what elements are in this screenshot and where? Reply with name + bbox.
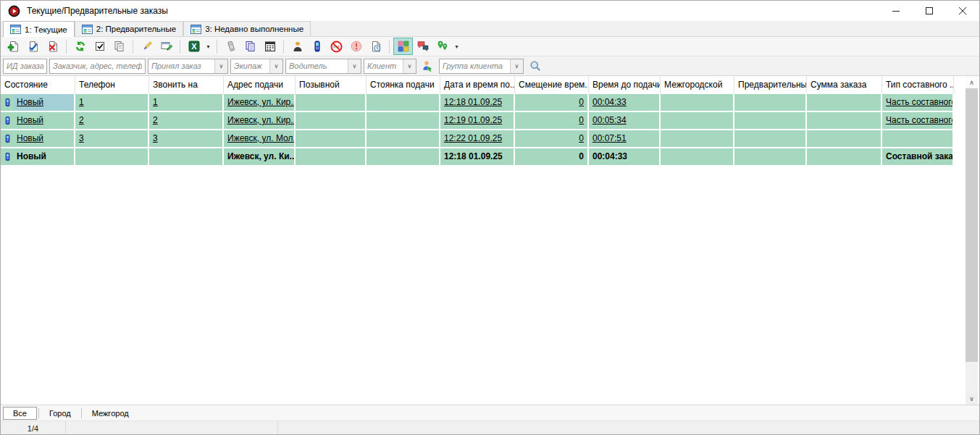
vertical-scrollbar[interactable]: ∧ ∨	[966, 76, 978, 405]
chevron-down-icon[interactable]: ∨	[214, 59, 227, 73]
cell-12[interactable]: Часть составного	[882, 112, 954, 129]
cell-2[interactable]: 3	[149, 130, 224, 147]
tab-1[interactable]: 1: Текущие	[3, 21, 75, 37]
export-excel-button[interactable]: X	[184, 38, 204, 55]
cell-2	[149, 148, 224, 165]
cell-0[interactable]: Новый	[1, 112, 75, 129]
cell-1[interactable]: 2	[75, 112, 149, 129]
scroll-up-icon[interactable]: ∧	[966, 76, 978, 88]
cell-8[interactable]: 00:07:51	[589, 130, 661, 147]
cell-6[interactable]: 12:19 01.09.25	[440, 112, 515, 129]
state-label[interactable]: Новый	[14, 148, 74, 165]
column-header[interactable]: Время до подачи	[589, 76, 661, 94]
select-client-button[interactable]	[419, 58, 437, 75]
cell-6[interactable]: 12:18 01.09.25	[440, 148, 515, 165]
close-button[interactable]	[946, 1, 979, 21]
geo-pins-button[interactable]	[432, 38, 452, 55]
tab-2[interactable]: 2: Предварительные	[75, 21, 183, 36]
minimize-button[interactable]	[879, 1, 913, 21]
add-order-button[interactable]	[4, 38, 23, 55]
tab-3[interactable]: 3: Недавно выполненные	[183, 21, 311, 36]
scrollbar-thumb[interactable]	[966, 88, 978, 362]
client-group-combobox[interactable]: Группа клиента∨	[439, 59, 524, 74]
cell-7[interactable]: 0	[515, 130, 589, 147]
list-tab-3[interactable]: Межгород	[83, 407, 138, 419]
column-header[interactable]: Стоянка подачи	[367, 76, 440, 94]
order-history-button[interactable]	[366, 38, 385, 55]
toolbar-separator	[133, 40, 133, 54]
edit-order-button[interactable]	[23, 38, 43, 55]
copy-documents-button[interactable]	[240, 38, 260, 55]
driver-combobox[interactable]: Водитель∨	[285, 59, 361, 74]
column-header[interactable]: Сумма заказа	[807, 76, 882, 94]
chevron-down-icon[interactable]: ∨	[510, 59, 523, 73]
cell-2[interactable]: 1	[149, 94, 224, 111]
chevron-down-icon[interactable]: ∨	[269, 59, 282, 73]
cell-7[interactable]: 0	[515, 94, 589, 111]
column-header[interactable]: Звонить на	[149, 76, 224, 94]
cell-8[interactable]: 00:04:33	[589, 148, 661, 165]
state-label[interactable]: Новый	[14, 94, 74, 111]
customer-input[interactable]	[49, 59, 146, 74]
cell-0[interactable]: Новый	[1, 94, 75, 111]
column-header[interactable]: Смещение врем...	[515, 76, 589, 94]
assign-crew-button[interactable]	[137, 38, 156, 55]
cell-12[interactable]: Часть составного	[882, 94, 954, 111]
search-button[interactable]	[526, 58, 544, 75]
chat-button[interactable]	[413, 38, 432, 55]
chevron-down-icon[interactable]: ∨	[403, 59, 416, 73]
confirm-selected-button[interactable]	[90, 38, 109, 55]
calendar-button[interactable]	[260, 38, 280, 55]
form-icon	[10, 25, 21, 34]
cell-7[interactable]: 0	[515, 148, 589, 165]
state-label[interactable]: Новый	[14, 112, 74, 129]
column-header[interactable]: Предварительный	[734, 76, 807, 94]
column-header[interactable]: Адрес подачи	[224, 76, 296, 94]
order-id-input[interactable]	[3, 59, 47, 74]
cell-0[interactable]: Новый	[1, 130, 75, 147]
cell-7[interactable]: 0	[515, 112, 589, 129]
no-smoking-button[interactable]	[327, 38, 346, 55]
cell-3[interactable]: Ижевск, ул. Кир...	[224, 112, 296, 129]
column-header[interactable]: Состояние	[1, 76, 75, 94]
cell-2[interactable]: 2	[149, 112, 224, 129]
call-phone-button[interactable]	[221, 38, 240, 55]
column-header[interactable]: Дата и время по...	[440, 76, 515, 94]
column-header[interactable]: Телефон	[75, 76, 149, 94]
cell-12[interactable]: Составной заказ	[882, 148, 954, 165]
scrollbar-track[interactable]	[966, 88, 978, 392]
copy-order-button[interactable]	[109, 38, 129, 55]
client-combobox[interactable]: Клиент∨	[364, 59, 416, 74]
cell-1[interactable]: 1	[75, 94, 149, 111]
crew-combobox[interactable]: Экипаж∨	[230, 59, 283, 74]
cell-8[interactable]: 00:04:33	[589, 94, 661, 111]
cell-6[interactable]: 12:18 01.09.25	[440, 94, 515, 111]
scroll-down-icon[interactable]: ∨	[966, 392, 978, 405]
chevron-down-icon[interactable]: ∨	[348, 59, 361, 73]
cell-6[interactable]: 12:22 01.09.25	[440, 130, 515, 147]
list-tab-2[interactable]: Город	[41, 407, 80, 419]
column-header[interactable]: Тип составного ...	[882, 76, 954, 94]
chat-groups-button[interactable]	[393, 38, 413, 55]
cell-8[interactable]: 00:05:34	[589, 112, 661, 129]
delete-order-button[interactable]	[43, 38, 62, 55]
order-properties-button[interactable]	[156, 38, 176, 55]
alerts-button[interactable]	[346, 38, 366, 55]
column-header[interactable]: Позывной	[296, 76, 367, 94]
export-excel-dropdown-button[interactable]: ▾	[204, 38, 213, 55]
refresh-button[interactable]	[70, 38, 90, 55]
cell-3[interactable]: Ижевск, ул. Ки...	[224, 148, 296, 165]
geo-pins-dropdown-button[interactable]: ▾	[452, 38, 461, 55]
driver-info-button[interactable]	[288, 38, 307, 55]
cell-0[interactable]: Новый	[1, 148, 75, 165]
client-placeholder: Клиент	[364, 62, 403, 70]
send-to-mobile-button[interactable]	[307, 38, 327, 55]
cell-1[interactable]: 3	[75, 130, 149, 147]
list-tab-1[interactable]: Все	[3, 407, 37, 420]
cell-3[interactable]: Ижевск, ул. Кир...	[224, 94, 296, 111]
accepted-by-combobox[interactable]: Принял заказ∨	[148, 59, 228, 74]
column-header[interactable]: Межгородской	[661, 76, 734, 94]
state-label[interactable]: Новый	[14, 130, 74, 147]
maximize-button[interactable]	[913, 1, 946, 21]
cell-3[interactable]: Ижевск, ул. Мол...	[224, 130, 296, 147]
